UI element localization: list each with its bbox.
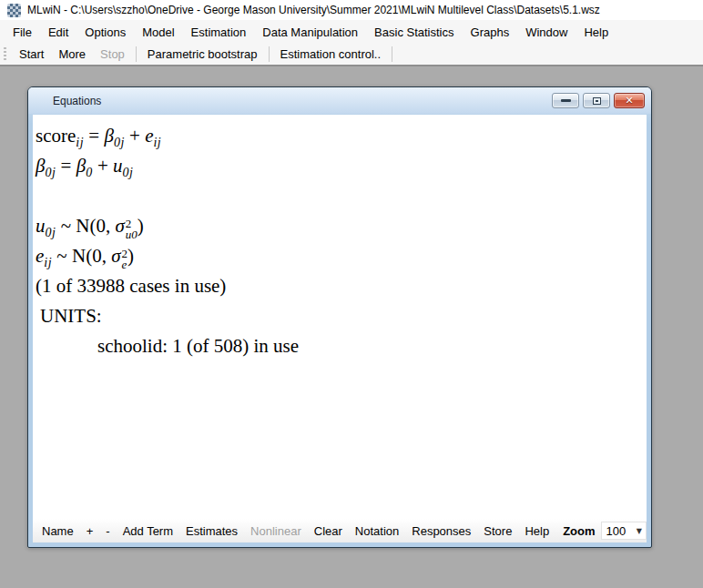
menu-item-basic-statistics[interactable]: Basic Statistics — [366, 22, 462, 43]
equations-toolbar-button-estimates[interactable]: Estimates — [179, 524, 244, 538]
close-icon: ✕ — [625, 96, 633, 106]
toolbar-button-more[interactable]: More — [51, 45, 93, 64]
zoom-label: Zoom — [555, 524, 600, 538]
equations-toolbar-button-notation[interactable]: Notation — [349, 524, 405, 538]
mlwin-app-icon — [7, 4, 21, 17]
toolbar-grip-handle[interactable] — [4, 47, 6, 62]
restore-button[interactable] — [583, 93, 610, 108]
minimize-button[interactable] — [552, 93, 579, 108]
menu-item-model[interactable]: Model — [134, 22, 182, 43]
restore-icon — [593, 97, 601, 105]
equations-bottom-toolbar: Name+-Add TermEstimatesNonlinearClearNot… — [33, 519, 647, 542]
equations-toolbar-button-nonlinear: Nonlinear — [244, 524, 308, 538]
equation-line: schoolid: 1 (of 508) in use — [36, 331, 647, 361]
equations-area[interactable]: scoreij = β0j + eijβ0j = β0 + u0ju0j ~ N… — [33, 115, 647, 519]
menu-item-help[interactable]: Help — [576, 22, 616, 43]
equations-window: Equations ✕ scoreij = β0j + eijβ0j = β0 … — [27, 86, 652, 548]
mdi-client-area: Equations ✕ scoreij = β0j + eijβ0j = β0 … — [0, 66, 703, 588]
equation-line: (1 of 33988 cases in use) — [36, 271, 647, 301]
equations-toolbar-button-+[interactable]: + — [80, 524, 100, 538]
equations-toolbar-button-responses[interactable]: Responses — [405, 524, 477, 538]
equations-toolbar-button-clear[interactable]: Clear — [308, 524, 349, 538]
equations-titlebar[interactable]: Equations ✕ — [28, 87, 651, 114]
equations-toolbar-button-name[interactable]: Name — [36, 524, 80, 538]
toolbar-separator — [269, 46, 270, 62]
sigma-squared-supsub: 2u0 — [126, 218, 138, 240]
toolbar-button-start[interactable]: Start — [12, 45, 51, 64]
menu-item-edit[interactable]: Edit — [40, 22, 76, 43]
equation-line — [36, 181, 647, 211]
toolbar-button-stop: Stop — [93, 45, 132, 64]
equation-line: u0j ~ N(0, σ2u0) — [36, 211, 647, 241]
equation-line: UNITS: — [36, 301, 647, 331]
zoom-select[interactable]: 100▼ — [601, 522, 647, 540]
equations-toolbar-button-store[interactable]: Store — [477, 524, 518, 538]
chevron-down-icon: ▼ — [637, 527, 642, 535]
equation-line: β0j = β0 + u0j — [36, 151, 647, 181]
equations-toolbar-button-add-term[interactable]: Add Term — [117, 524, 179, 538]
equations-toolbar-button-help[interactable]: Help — [518, 524, 555, 538]
menu-item-window[interactable]: Window — [517, 22, 576, 43]
close-button[interactable]: ✕ — [614, 93, 645, 108]
minimize-icon — [561, 99, 571, 102]
toolbar-separator — [392, 46, 392, 62]
main-window-title: MLwiN - C:\Users\szzho\OneDrive - George… — [27, 4, 600, 16]
estimation-toolbar: StartMoreStopParametric bootstrapEstimat… — [0, 44, 703, 66]
toolbar-separator — [136, 46, 137, 62]
equation-line: eij ~ N(0, σ2e) — [36, 241, 647, 271]
menu-item-file[interactable]: File — [5, 22, 40, 43]
menu-item-options[interactable]: Options — [76, 22, 134, 43]
menu-item-data-manipulation[interactable]: Data Manipulation — [254, 22, 366, 43]
menu-item-graphs[interactable]: Graphs — [463, 22, 518, 43]
toolbar-button-parametric-bootstrap[interactable]: Parametric bootstrap — [140, 45, 265, 64]
equations-window-title: Equations — [53, 95, 101, 107]
toolbar-button-estimation-control[interactable]: Estimation control.. — [273, 45, 389, 64]
main-titlebar: MLwiN - C:\Users\szzho\OneDrive - George… — [0, 0, 703, 20]
menu-bar: FileEditOptionsModelEstimationData Manip… — [0, 20, 703, 44]
window-controls: ✕ — [552, 93, 645, 108]
menu-item-estimation[interactable]: Estimation — [183, 22, 255, 43]
equation-line: scoreij = β0j + eij — [36, 121, 647, 151]
zoom-value: 100 — [606, 524, 627, 538]
equations-toolbar-button-item[interactable]: - — [99, 524, 116, 538]
